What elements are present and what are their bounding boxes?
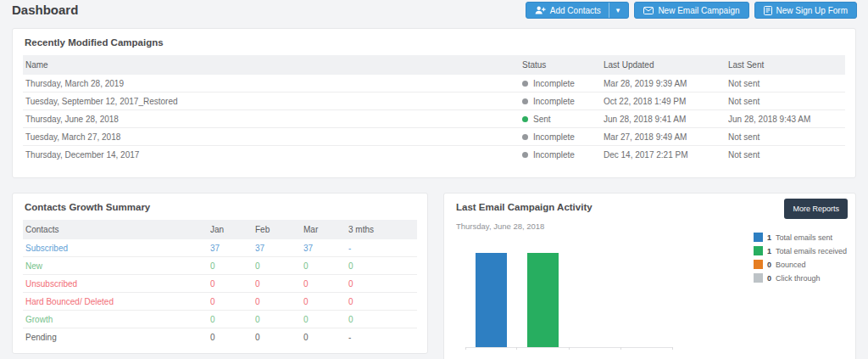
column-header-3mths: 3 mths <box>348 225 417 234</box>
growth-value-feb[interactable]: 0 <box>255 261 303 271</box>
topbar: Dashboard Add Contacts ▾ New Email Campa… <box>0 0 868 24</box>
campaign-last-sent: Not sent <box>728 97 845 106</box>
status-badge: Incomplete <box>522 150 604 160</box>
form-icon <box>764 6 772 15</box>
legend-swatch-icon <box>754 273 763 283</box>
chevron-down-icon[interactable]: ▾ <box>609 3 620 18</box>
growth-value-feb[interactable]: 0 <box>255 333 303 342</box>
status-badge: Incomplete <box>522 97 604 106</box>
growth-value-jan[interactable]: 0 <box>210 261 255 271</box>
campaign-name-link[interactable]: Tuesday, March 27, 2018 <box>23 132 522 142</box>
last-email-campaign-activity-card: Last Email Campaign Activity More Report… <box>443 193 856 359</box>
legend-item: 1 Total emails sent <box>754 233 847 242</box>
campaign-name-link[interactable]: Thursday, June 28, 2018 <box>23 115 522 124</box>
legend-item: 1 Total emails received <box>754 246 847 255</box>
column-header-feb: Feb <box>255 225 303 234</box>
status-dot-icon <box>522 134 528 140</box>
table-row: Growth 0 0 0 0 <box>23 311 417 328</box>
growth-value-feb[interactable]: 0 <box>255 315 303 324</box>
legend-value: 1 <box>767 233 771 242</box>
column-header-last-updated: Last Updated <box>604 60 728 70</box>
growth-value-feb[interactable]: 37 <box>255 244 303 253</box>
growth-row-label-link[interactable]: New <box>23 261 210 271</box>
legend-label: Click through <box>776 274 821 283</box>
status-dot-icon <box>522 116 528 122</box>
legend-value: 0 <box>767 261 771 269</box>
table-row: New 0 0 0 0 <box>23 257 417 275</box>
campaign-name-link[interactable]: Thursday, March 28, 2019 <box>23 79 522 88</box>
status-label: Incomplete <box>533 79 575 88</box>
add-contacts-label: Add Contacts <box>550 6 601 15</box>
campaign-last-sent: Jun 28, 2018 9:43 AM <box>728 115 845 124</box>
growth-value-mar[interactable]: 0 <box>303 297 348 306</box>
growth-value-3mths[interactable]: 0 <box>348 279 417 289</box>
campaign-last-updated: Dec 14, 2017 2:21 PM <box>604 150 728 160</box>
campaign-last-sent: Not sent <box>728 132 845 142</box>
growth-row-label-link[interactable]: Hard Bounced/ Deleted <box>23 297 210 306</box>
growth-row-label-link[interactable]: Pending <box>23 333 210 342</box>
table-row: Unsubscribed 0 0 0 0 <box>23 275 417 293</box>
growth-value-3mths[interactable]: 0 <box>348 315 417 324</box>
legend-swatch-icon <box>754 260 763 269</box>
header-actions: Add Contacts ▾ New Email Campaign New Si… <box>526 2 857 19</box>
table-row: Thursday, December 14, 2017 Incomplete D… <box>23 146 845 164</box>
growth-value-mar[interactable]: 0 <box>303 315 348 324</box>
table-row: Thursday, March 28, 2019 Incomplete Mar … <box>23 75 845 93</box>
campaign-activity-chart <box>465 254 673 348</box>
table-row: Hard Bounced/ Deleted 0 0 0 0 <box>23 293 417 311</box>
growth-value-jan[interactable]: 37 <box>210 244 255 253</box>
column-header-name: Name <box>23 60 522 70</box>
bar-total-emails-sent <box>476 253 507 347</box>
status-label: Incomplete <box>533 132 575 142</box>
legend-label: Total emails received <box>776 247 847 255</box>
table-row: Subscribed 37 37 37 - <box>23 239 417 257</box>
growth-value-mar[interactable]: 0 <box>303 279 348 289</box>
table-row: Pending 0 0 0 - <box>23 328 417 346</box>
growth-value-jan[interactable]: 0 <box>210 297 255 306</box>
chart-slot <box>570 254 621 347</box>
campaign-name-link[interactable]: Tuesday, September 12, 2017_Restored <box>23 97 522 106</box>
growth-value-3mths[interactable]: - <box>348 333 417 342</box>
growth-value-jan[interactable]: 0 <box>210 333 255 342</box>
growth-row-label-link[interactable]: Growth <box>23 315 210 324</box>
legend-swatch-icon <box>754 233 763 242</box>
status-dot-icon <box>522 98 528 104</box>
campaign-last-updated: Jun 28, 2018 9:41 AM <box>604 115 728 124</box>
growth-value-feb[interactable]: 0 <box>255 297 303 306</box>
status-dot-icon <box>522 81 528 87</box>
campaign-name-link[interactable]: Thursday, December 14, 2017 <box>23 150 522 160</box>
new-email-campaign-label: New Email Campaign <box>658 6 739 15</box>
growth-value-mar[interactable]: 0 <box>303 333 348 342</box>
growth-value-jan[interactable]: 0 <box>210 315 255 324</box>
add-contacts-button[interactable]: Add Contacts ▾ <box>526 2 630 19</box>
chart-slot <box>621 254 673 347</box>
growth-table-header: Contacts Jan Feb Mar 3 mths <box>23 220 417 239</box>
legend-label: Bounced <box>776 261 806 269</box>
growth-row-label-link[interactable]: Subscribed <box>23 244 210 253</box>
growth-value-3mths[interactable]: - <box>348 244 417 253</box>
growth-value-mar[interactable]: 0 <box>303 261 348 271</box>
campaigns-card-title: Recently Modified Campaigns <box>23 29 845 55</box>
campaign-last-updated: Mar 27, 2018 9:49 AM <box>604 132 728 142</box>
status-label: Incomplete <box>533 150 575 160</box>
growth-value-mar[interactable]: 37 <box>303 244 348 253</box>
new-email-campaign-button[interactable]: New Email Campaign <box>634 2 748 19</box>
growth-card-title: Contacts Growth Summary <box>23 194 417 220</box>
more-reports-button[interactable]: More Reports <box>784 199 848 219</box>
column-header-contacts: Contacts <box>23 225 210 234</box>
status-label: Sent <box>533 115 551 124</box>
growth-value-3mths[interactable]: 0 <box>348 297 417 306</box>
campaign-last-updated: Mar 28, 2019 9:39 AM <box>604 79 728 88</box>
legend-label: Total emails sent <box>776 233 832 242</box>
growth-row-label-link[interactable]: Unsubscribed <box>23 279 210 289</box>
campaigns-table-body: Thursday, March 28, 2019 Incomplete Mar … <box>23 75 845 164</box>
growth-value-3mths[interactable]: 0 <box>348 261 417 271</box>
legend-item: 0 Click through <box>754 273 847 283</box>
add-contact-icon <box>535 6 546 14</box>
column-header-jan: Jan <box>210 225 255 234</box>
campaigns-table-header: Name Status Last Updated Last Sent <box>23 55 845 75</box>
new-sign-up-form-button[interactable]: New Sign Up Form <box>754 2 857 19</box>
status-label: Incomplete <box>533 97 575 106</box>
growth-value-jan[interactable]: 0 <box>210 279 255 289</box>
growth-value-feb[interactable]: 0 <box>255 279 303 289</box>
